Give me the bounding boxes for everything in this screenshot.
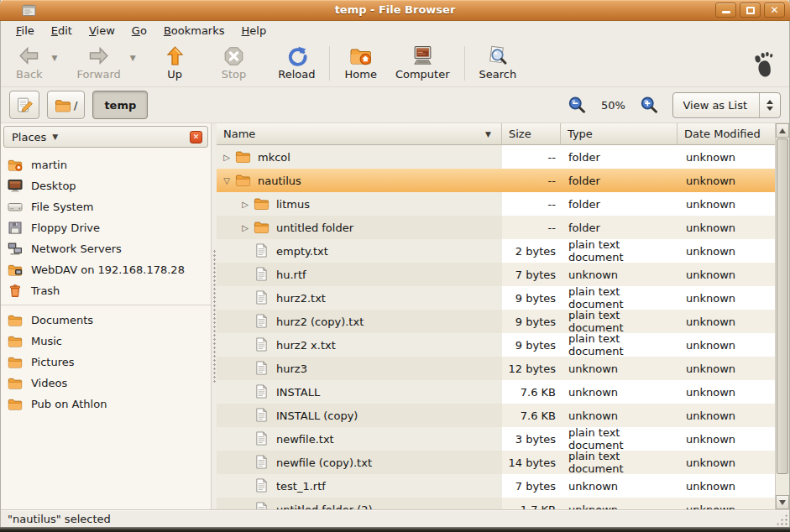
table-row[interactable]: nautilus -- folder unknown bbox=[217, 169, 775, 192]
table-row[interactable]: hurz2 (copy).txt 9 bytes plain text docu… bbox=[217, 310, 775, 333]
expander-icon[interactable] bbox=[238, 223, 252, 232]
folder-icon bbox=[8, 376, 23, 390]
table-row[interactable]: INSTALL (copy) 7.6 KB unknown unknown bbox=[217, 404, 775, 427]
folder-icon bbox=[8, 313, 23, 327]
sidebar-item-floppy-drive[interactable]: Floppy Drive bbox=[1, 217, 211, 238]
file-date-modified: unknown bbox=[678, 169, 775, 192]
file-name: newfile.txt bbox=[276, 433, 334, 446]
column-header-date-modified[interactable]: Date Modified bbox=[678, 123, 775, 145]
sidebar-item-videos[interactable]: Videos bbox=[1, 373, 211, 394]
zoom-in-button[interactable] bbox=[640, 96, 658, 114]
column-header-size[interactable]: Size bbox=[502, 123, 561, 145]
table-row[interactable]: hurz2 x.txt 9 bytes plain text document … bbox=[217, 333, 775, 357]
menu-view[interactable]: View bbox=[81, 23, 123, 39]
reload-button[interactable]: Reload bbox=[271, 44, 322, 86]
column-header-type[interactable]: Type bbox=[561, 123, 678, 145]
toolbar: Back ▼ Forward ▼ Up Stop Reload bbox=[1, 40, 789, 87]
resize-grip[interactable] bbox=[776, 514, 787, 525]
file-date-modified: unknown bbox=[678, 192, 775, 216]
sidebar-item-network-servers[interactable]: Network Servers bbox=[1, 238, 211, 259]
scrollbar-thumb[interactable] bbox=[777, 138, 788, 474]
triangle-up-icon bbox=[779, 128, 786, 133]
titlebar[interactable]: temp - File Browser ✕ bbox=[0, 0, 790, 21]
file-date-modified: unknown bbox=[678, 380, 775, 404]
file-icon bbox=[254, 478, 270, 493]
table-row[interactable]: hurz2.txt 9 bytes plain text document un… bbox=[217, 286, 775, 310]
root-path-button[interactable]: / bbox=[47, 91, 85, 119]
sidebar-item-pictures[interactable]: Pictures bbox=[1, 352, 211, 373]
table-row[interactable]: newfile (copy).txt 14 bytes plain text d… bbox=[217, 451, 775, 474]
sidebar-item-documents[interactable]: Documents bbox=[1, 310, 211, 331]
close-button[interactable]: ✕ bbox=[764, 3, 785, 18]
menu-file[interactable]: File bbox=[8, 23, 43, 39]
column-header-name[interactable]: Name ▼ bbox=[217, 123, 502, 145]
file-size: 9 bytes bbox=[502, 286, 561, 310]
sidebar-item-music[interactable]: Music bbox=[1, 331, 211, 352]
forward-menu-button[interactable]: ▼ bbox=[128, 44, 139, 72]
pane-splitter[interactable] bbox=[211, 123, 217, 509]
file-type: plain text document bbox=[561, 310, 678, 333]
sidebar-item-pub-on-athlon[interactable]: Pub on Athlon bbox=[1, 394, 211, 415]
computer-button[interactable]: Computer bbox=[389, 44, 457, 86]
location-bar: / temp 50% View as List bbox=[1, 87, 789, 123]
folder-icon bbox=[235, 173, 252, 188]
current-folder-button[interactable]: temp bbox=[92, 91, 148, 119]
zoom-out-button[interactable] bbox=[568, 96, 586, 114]
table-row[interactable]: hu.rtf 7 bytes unknown unknown bbox=[217, 263, 775, 286]
folder-icon bbox=[55, 98, 71, 112]
file-size: 9 bytes bbox=[502, 310, 561, 333]
table-row[interactable]: hurz3 12 bytes unknown unknown bbox=[217, 357, 775, 380]
edit-location-button[interactable] bbox=[9, 91, 39, 119]
table-row[interactable]: untitled folder (2) 1.7 KB unknown unkno… bbox=[217, 498, 775, 509]
menu-bookmarks[interactable]: Bookmarks bbox=[155, 23, 233, 39]
sidebar-mode-button[interactable]: Places ▼ ✕ bbox=[3, 126, 208, 148]
folder-icon bbox=[8, 397, 23, 411]
table-row[interactable]: mkcol -- folder unknown bbox=[217, 145, 775, 169]
table-row[interactable]: untitled folder -- folder unknown bbox=[217, 216, 775, 239]
file-icon bbox=[254, 337, 270, 352]
table-row[interactable]: test_1.rtf 7 bytes unknown unknown bbox=[217, 474, 775, 498]
maximize-button[interactable] bbox=[740, 3, 761, 18]
table-row[interactable]: empty.txt 2 bytes plain text document un… bbox=[217, 239, 775, 263]
expander-icon[interactable] bbox=[220, 176, 233, 185]
sidebar-item-desktop[interactable]: Desktop bbox=[1, 175, 211, 196]
forward-button[interactable]: Forward bbox=[70, 44, 127, 86]
table-row[interactable]: INSTALL 7.6 KB unknown unknown bbox=[217, 380, 775, 404]
scroll-down-button[interactable] bbox=[776, 495, 789, 509]
file-name: INSTALL (copy) bbox=[276, 409, 358, 422]
window-title: temp - File Browser bbox=[0, 3, 790, 16]
sidebar-close-button[interactable]: ✕ bbox=[190, 131, 202, 143]
menu-edit[interactable]: Edit bbox=[43, 23, 81, 39]
search-icon bbox=[486, 45, 509, 67]
triangle-down-icon bbox=[779, 500, 786, 505]
file-type: folder bbox=[561, 216, 678, 239]
menu-help[interactable]: Help bbox=[233, 23, 275, 39]
file-type: plain text document bbox=[561, 286, 678, 310]
minimize-button[interactable] bbox=[715, 3, 736, 18]
view-mode-select[interactable]: View as List bbox=[672, 92, 781, 118]
webdav-icon bbox=[8, 263, 23, 277]
stop-button[interactable]: Stop bbox=[215, 44, 254, 86]
vertical-scrollbar[interactable] bbox=[775, 123, 789, 509]
sidebar-item-file-system[interactable]: File System bbox=[1, 196, 211, 217]
back-menu-button[interactable]: ▼ bbox=[50, 44, 60, 72]
back-button[interactable]: Back bbox=[9, 44, 50, 86]
sidebar-item-webdav-on-192-168-178-28[interactable]: WebDAV on 192.168.178.28 bbox=[1, 259, 211, 280]
file-date-modified: unknown bbox=[678, 145, 775, 169]
sidebar-item-martin[interactable]: martin bbox=[1, 154, 211, 175]
sidebar-separator bbox=[1, 305, 211, 305]
up-button[interactable]: Up bbox=[157, 44, 193, 86]
menu-go[interactable]: Go bbox=[123, 23, 155, 39]
folder-icon bbox=[254, 220, 270, 235]
expander-icon[interactable] bbox=[220, 153, 233, 162]
table-row[interactable]: litmus -- folder unknown bbox=[217, 192, 775, 216]
scroll-up-button[interactable] bbox=[776, 123, 789, 138]
search-button[interactable]: Search bbox=[473, 44, 524, 86]
file-name: newfile (copy).txt bbox=[276, 456, 372, 469]
expander-icon[interactable] bbox=[238, 200, 252, 209]
home-button[interactable]: Home bbox=[337, 44, 383, 86]
file-date-modified: unknown bbox=[678, 451, 775, 474]
table-row[interactable]: newfile.txt 3 bytes plain text document … bbox=[217, 427, 775, 451]
sidebar-item-trash[interactable]: Trash bbox=[1, 280, 211, 301]
file-type: plain text document bbox=[561, 451, 678, 474]
